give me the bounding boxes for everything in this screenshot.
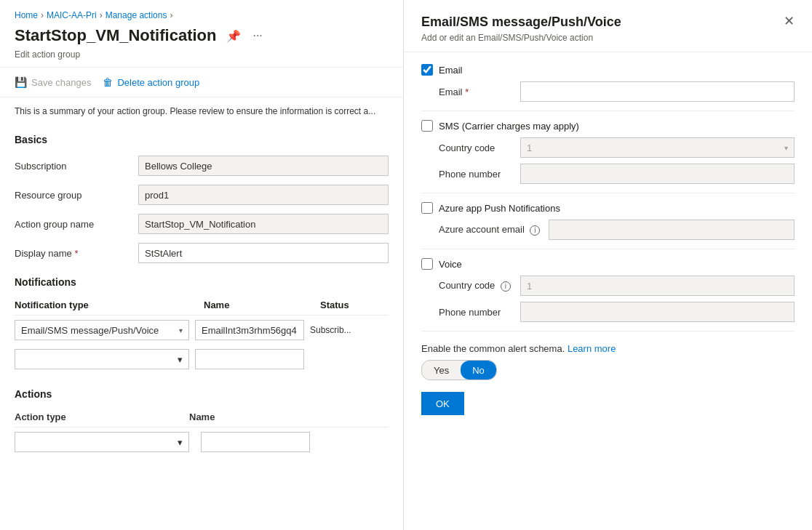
resource-group-input[interactable]: [138, 185, 389, 205]
sms-divider: [421, 193, 795, 193]
action-row-0: ▾: [15, 427, 389, 457]
push-info-icon[interactable]: i: [530, 225, 540, 236]
breadcrumb-home[interactable]: Home: [15, 10, 38, 20]
display-name-input[interactable]: [138, 243, 389, 263]
save-icon: 💾: [15, 76, 27, 88]
breadcrumb-sep3: ›: [170, 10, 172, 20]
sms-phone-input[interactable]: [520, 164, 795, 184]
notification-type-select-0[interactable]: Email/SMS message/Push/Voice ▾: [15, 320, 189, 340]
email-field-row: Email *: [421, 81, 795, 102]
email-input[interactable]: [520, 81, 795, 102]
email-divider: [421, 111, 795, 111]
sms-checkbox-row: SMS (Carrier charges may apply): [421, 120, 795, 132]
resource-group-row: Resource group: [0, 180, 403, 209]
col-status-header: Status: [320, 300, 389, 310]
breadcrumb-manage-actions[interactable]: Manage actions: [106, 10, 167, 20]
subscription-row: Subscription: [0, 151, 403, 180]
breadcrumb-sep2: ›: [100, 10, 103, 20]
info-text: This is a summary of your action group. …: [0, 97, 403, 125]
delete-icon: 🗑: [103, 76, 113, 88]
action-type-select-0[interactable]: ▾: [15, 432, 189, 452]
toggle-no-button[interactable]: No: [461, 361, 496, 380]
flyout-title: Email/SMS message/Push/Voice: [421, 15, 621, 30]
flyout-body: Email Email * SMS (Carrier charges may a…: [404, 52, 812, 530]
sms-country-label: Country code: [439, 142, 512, 153]
delete-label: Delete action group: [117, 77, 199, 88]
sms-country-value: 1: [527, 142, 532, 153]
notification-type-select-1[interactable]: ▾: [15, 349, 189, 369]
save-label: Save changes: [31, 77, 91, 88]
basics-section-title: Basics: [0, 125, 403, 151]
toggle-section: Enable the common alert schema. Learn mo…: [421, 343, 795, 380]
chevron-down-icon-1: ▾: [178, 354, 183, 365]
voice-divider: [421, 331, 795, 332]
ok-button[interactable]: OK: [421, 392, 464, 415]
chevron-down-icon-0: ▾: [179, 326, 183, 334]
voice-checkbox[interactable]: [421, 258, 433, 270]
pin-button[interactable]: 📌: [223, 28, 244, 44]
notification-row-1: ▾: [15, 345, 389, 374]
col-action-name-header: Name: [189, 411, 389, 422]
more-button[interactable]: ···: [250, 28, 265, 44]
breadcrumb-sep1: ›: [41, 10, 44, 20]
notification-name-input-1[interactable]: [195, 349, 304, 369]
display-name-required: *: [74, 248, 78, 259]
email-checkbox-row: Email: [421, 64, 795, 76]
flyout-close-button[interactable]: ✕: [784, 15, 795, 28]
notifications-section: Notifications Notification type Name Sta…: [0, 268, 403, 377]
col-name-header: Name: [204, 300, 320, 310]
sms-phone-label: Phone number: [439, 169, 512, 180]
flyout-header: Email/SMS message/Push/Voice Add or edit…: [404, 0, 812, 52]
sms-country-dropdown[interactable]: 1 ▾: [520, 137, 795, 158]
display-name-row: Display name *: [0, 238, 403, 268]
push-account-input[interactable]: [549, 220, 795, 240]
email-label: Email: [439, 65, 463, 76]
notification-type-value-0: Email/SMS message/Push/Voice: [21, 325, 159, 336]
toggle-group: Yes No: [421, 360, 497, 380]
resource-group-label: Resource group: [15, 190, 131, 201]
voice-checkbox-row: Voice: [421, 258, 795, 270]
flyout-header-text: Email/SMS message/Push/Voice Add or edit…: [421, 15, 621, 43]
toolbar: 💾 Save changes 🗑 Delete action group: [0, 67, 403, 97]
voice-phone-input[interactable]: [520, 302, 795, 322]
push-checkbox-row: Azure app Push Notifications: [421, 202, 795, 214]
sms-label: SMS (Carrier charges may apply): [439, 121, 579, 132]
toggle-yes-button[interactable]: Yes: [422, 361, 461, 380]
push-divider: [421, 249, 795, 249]
subscription-input[interactable]: [138, 156, 389, 176]
action-group-name-label: Action group name: [15, 219, 131, 230]
breadcrumb-maic[interactable]: MAIC-AA-Pri: [47, 10, 97, 20]
voice-country-dropdown[interactable]: 1: [520, 276, 795, 296]
push-label: Azure app Push Notifications: [439, 203, 560, 214]
push-checkbox[interactable]: [421, 202, 433, 214]
sms-country-chevron: ▾: [784, 144, 788, 152]
sms-checkbox[interactable]: [421, 120, 433, 132]
breadcrumb: Home › MAIC-AA-Pri › Manage actions ›: [0, 0, 403, 26]
flyout-subtitle: Add or edit an Email/SMS/Push/Voice acti…: [421, 33, 621, 43]
action-name-input-0[interactable]: [201, 432, 310, 452]
push-account-row: Azure account email i: [421, 220, 795, 240]
learn-more-link[interactable]: Learn more: [568, 343, 616, 354]
notification-row-0: Email/SMS message/Push/Voice ▾ Subscrib.…: [15, 316, 389, 345]
voice-phone-row: Phone number: [421, 302, 795, 322]
actions-section: Actions Action type Name ▾: [0, 377, 403, 459]
email-checkbox[interactable]: [421, 64, 433, 76]
sms-country-row: Country code 1 ▾: [421, 137, 795, 158]
notification-name-input-0[interactable]: [195, 320, 304, 340]
schema-label: Enable the common alert schema. Learn mo…: [421, 343, 795, 354]
email-field-label: Email *: [439, 87, 512, 97]
chevron-down-icon-action-0: ▾: [178, 437, 183, 448]
notifications-header: Notifications: [15, 276, 389, 288]
subscription-label: Subscription: [15, 161, 131, 172]
voice-info-icon[interactable]: i: [501, 281, 511, 292]
action-group-name-input[interactable]: [138, 214, 389, 234]
sms-phone-row: Phone number: [421, 164, 795, 184]
save-button[interactable]: 💾 Save changes: [15, 73, 91, 91]
actions-table-header: Action type Name: [15, 407, 389, 427]
action-group-name-row: Action group name: [0, 209, 403, 238]
delete-button[interactable]: 🗑 Delete action group: [103, 73, 199, 91]
push-account-label: Azure account email i: [439, 224, 540, 236]
edit-label: Edit action group: [0, 48, 403, 67]
flyout-panel: Email/SMS message/Push/Voice Add or edit…: [404, 0, 812, 530]
notification-status-0: Subscrib...: [310, 325, 351, 335]
